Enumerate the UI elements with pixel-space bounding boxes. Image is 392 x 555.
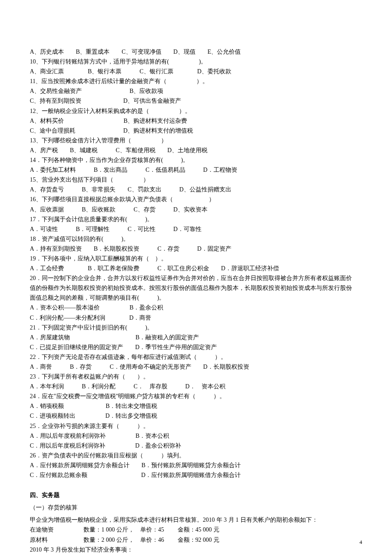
section-4-title: 四、实务题 [30, 490, 362, 500]
q18-options: A．持有至到期投资 B．长期股权投资 C．存货 D．固定资产 [30, 244, 362, 254]
q17-stem: 17．下列属于会计信息质量要求的有( )。 [30, 214, 362, 224]
q9-options: A、历史成本 B、重置成本 C、可变现净值 D、现值 E、公允价值 [30, 47, 362, 57]
q14-options: A．委托加工材料 B．发出商品 C．低值易耗品 D．工程物资 [30, 165, 362, 175]
q20-stem-line2: 值的份额作为长期股权投资的初始投资成本。按照发行股份的面值总额作为股本，长期股权… [30, 283, 362, 293]
q15-stem: 15、营业外支出包括下列项目（ ） [30, 175, 362, 185]
page-number: 4 [360, 538, 363, 546]
q12-stem: 12、一般纳税企业应计入材料采购成本的是（ ）。 [30, 106, 362, 116]
q20-options-b: C．利润分配——未分配利润 D．商誉 [30, 313, 362, 323]
problem-1-line2: 在途物资 数量：1 000 公斤， 单价：45 金额：45 000 元 [30, 525, 362, 535]
q20-stem-line3: 面值总额之间的差额，可能调整的项目有( )。 [30, 293, 362, 303]
q23-stem: 23．下列属于所有者权益账户的有（ ）。 [30, 372, 362, 382]
q26-options-a: A．应付账款所属明细账贷方余额合计 B．预付账款所属明细账贷方余额合计 [30, 460, 362, 470]
q22-stem: 22．下列资产无论是否存在减值迹象，每年都应进行减值测试（ ）。 [30, 352, 362, 362]
q19-options: A．工会经费 B．职工养老保险费 C．职工住房公积金 D．辞退职工经济补偿 [30, 263, 362, 273]
problem-1-line1: 甲企业为增值税一般纳税企业，采用实际成本进行材料日常核算。2010 年 3 月 … [30, 515, 362, 525]
q15-options: A、存货盘亏 B、非常损失 C、罚款支出 D、公益性捐赠支出 [30, 185, 362, 194]
q24-options-b: C．进项税额转出 D．转出多交增值税 [30, 411, 362, 421]
problem-1-line3: 原材料 数量：2 000 公斤， 单价：46 金额：92 000 元 [30, 535, 362, 545]
q26-options-b: C．应付账款总账余额 D．应付账款所属明细账借方余额合计 [30, 470, 362, 480]
q12-options-b: C、途中合理损耗 D、购进材料支付的增值税 [30, 126, 362, 136]
q26-stem: 26．资产负债表中的应付账款项目应根据（ ）填列。 [30, 451, 362, 460]
q11-stem: 11、应当按照摊余成本进行后续计量的金融资产有（ ）。 [30, 76, 362, 86]
q14-stem: 14．下列各种物资中，应当作为企业存货核算的有( )。 [30, 155, 362, 165]
q11-options-a: A、交易性金融资产 B、应收款项 [30, 86, 362, 96]
q13-options: A、房产税 B、城建税 C、车船使用税 D、土地使用税 [30, 145, 362, 155]
q11-options-b: C、持有至到期投资 D、可供出售金融资产 [30, 96, 362, 106]
q24-options-a: A．销项税额 B．转出未交增值税 [30, 401, 362, 411]
problem-1-title: （一）存货的核算 [30, 503, 362, 512]
q18-stem: 18．资产减值可以转回的有( )。 [30, 234, 362, 244]
q10-stem: 10、下列银行转账结算方式中，适用于异地结算的有( )。 [30, 57, 362, 66]
q16-stem: 16、下列哪些项目直接根据总账余款填入资产负债表（ ） [30, 194, 362, 204]
q25-stem: 25．企业弥补亏损的来源主要有（ ）。 [30, 421, 362, 431]
q25-options-a: A．用以后年度税前利润弥补 B．资本公积 [30, 431, 362, 441]
q19-stem: 19．下列各项中，应纳入职工薪酬核算的有（ ）。 [30, 254, 362, 263]
q24-stem: 24．应在"应交税费一应交增值税"明细账户贷方核算的专栏有（ ）。 [30, 391, 362, 401]
q12-options-a: A、材料买价 B、购进材料支付运杂费 [30, 116, 362, 126]
q17-options: A．可读性 B．可理解性 C．可比性 D．可靠性 [30, 224, 362, 234]
q20-stem-line1: 20．同一控制下的企业合并，合并方以发行权益性证券作为合并对价的，应当在合并日按… [30, 273, 362, 283]
q22-options: A．商誉 B．存货 C．使用寿命不确定的无形资产 D．长期股权投资 [30, 362, 362, 372]
q21-options-a: A．房屋建筑物 B．融资租入的固定资产 [30, 332, 362, 342]
problem-1-line4: 2010 年 3 月份发生如下经济业务事项： [30, 545, 362, 555]
q20-options-a: A．资本公积——股本溢价 B．盈余公积 [30, 303, 362, 312]
q21-options-b: C．已提足折旧继续使用的固定资产 D．季节性生产停用的固定资产 [30, 342, 362, 352]
q16-options: A、应收票据 B、应收账款 C、存货 D、实收资本 [30, 205, 362, 214]
q13-stem: 13、下列哪些税金借方计入管理费用（ ） [30, 136, 362, 145]
q25-options-b: C．用以后年度税后利润弥补 D．盈余公积弥补 [30, 441, 362, 451]
q10-options: A、商业汇票 B、银行本票 C、银行汇票 D、委托收款 [30, 66, 362, 76]
q21-stem: 21．下列固定资产中应计提折旧的有( )。 [30, 323, 362, 332]
q23-options: A．本年利润 B．利润分配 C． 库存股 D． 资本公积 [30, 382, 362, 391]
